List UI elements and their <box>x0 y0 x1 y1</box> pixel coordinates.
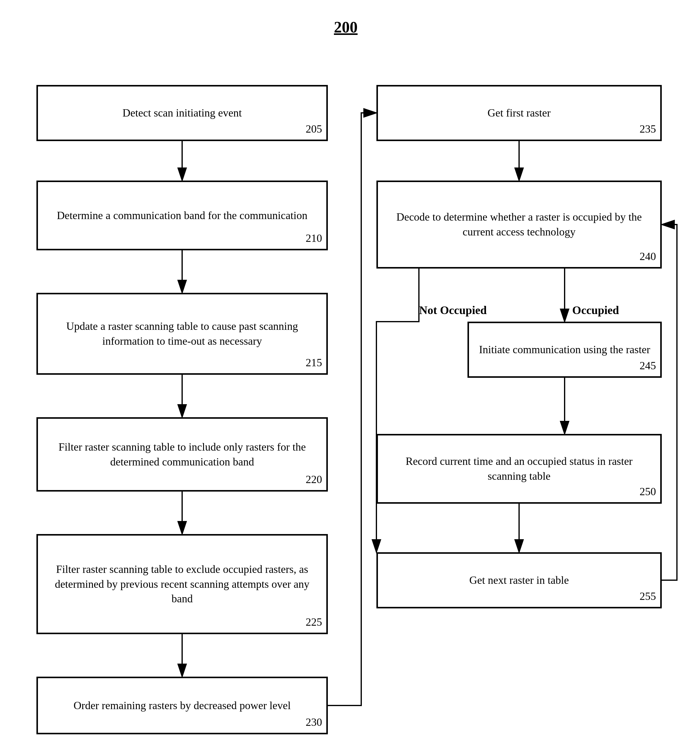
box-240: Decode to determine whether a raster is … <box>376 181 662 269</box>
box-230: Order remaining rasters by decreased pow… <box>36 677 328 734</box>
box-205-step: 205 <box>306 122 322 136</box>
diagram-container: 200 Detect scan initiating event 205 Det… <box>0 0 700 751</box>
box-225-step: 225 <box>306 615 322 630</box>
box-240-step: 240 <box>640 249 656 264</box>
box-245-label: Initiate communication using the raster <box>479 342 650 357</box>
box-230-label: Order remaining rasters by decreased pow… <box>73 698 291 713</box>
box-210-step: 210 <box>306 231 322 246</box>
box-225: Filter raster scanning table to exclude … <box>36 534 328 634</box>
box-235-label: Get first raster <box>488 106 551 121</box>
box-215-step: 215 <box>306 355 322 370</box>
box-250: Record current time and an occupied stat… <box>376 434 662 504</box>
box-225-label: Filter raster scanning table to exclude … <box>45 562 319 606</box>
box-215-label: Update a raster scanning table to cause … <box>45 319 319 348</box>
occupied-label: Occupied <box>572 303 619 317</box>
box-240-label: Decode to determine whether a raster is … <box>385 210 653 239</box>
figure-number: 200 <box>334 18 358 36</box>
branch-labels: Not Occupied Occupied <box>376 303 662 317</box>
box-250-step: 250 <box>640 484 656 499</box>
box-255: Get next raster in table 255 <box>376 552 662 608</box>
box-220-step: 220 <box>306 472 322 487</box>
box-235: Get first raster 235 <box>376 85 662 141</box>
box-220-label: Filter raster scanning table to include … <box>45 440 319 469</box>
box-230-step: 230 <box>306 715 322 730</box>
box-255-step: 255 <box>640 589 656 604</box>
box-250-label: Record current time and an occupied stat… <box>385 454 653 484</box>
box-220: Filter raster scanning table to include … <box>36 417 328 491</box>
not-occupied-label: Not Occupied <box>419 303 487 317</box>
box-205-label: Detect scan initiating event <box>122 106 242 121</box>
box-235-step: 235 <box>640 122 656 136</box>
box-205: Detect scan initiating event 205 <box>36 85 328 141</box>
box-255-label: Get next raster in table <box>469 573 569 588</box>
box-215: Update a raster scanning table to cause … <box>36 293 328 375</box>
box-245: Initiate communication using the raster … <box>468 321 662 378</box>
box-210-label: Determine a communication band for the c… <box>57 208 308 223</box>
box-245-step: 245 <box>640 359 656 373</box>
box-210: Determine a communication band for the c… <box>36 181 328 250</box>
